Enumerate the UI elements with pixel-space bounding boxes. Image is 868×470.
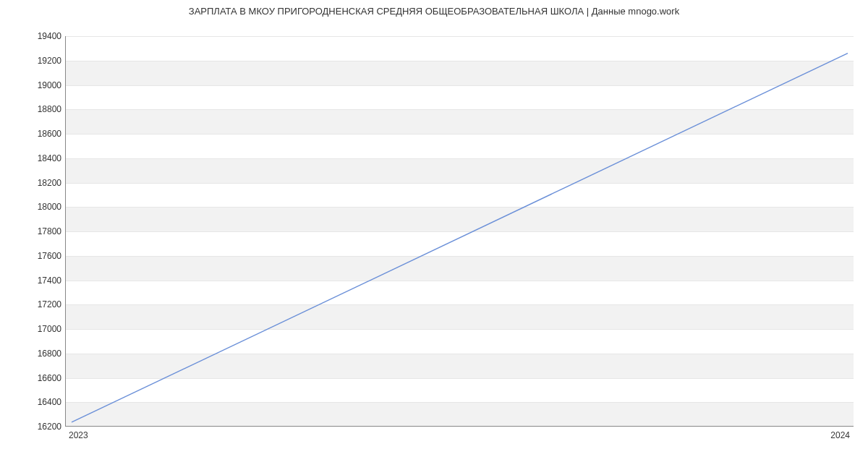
- y-tick-label: 17800: [4, 226, 61, 236]
- y-tick-label: 16600: [4, 373, 61, 383]
- x-tick-left: 2023: [69, 430, 88, 440]
- y-tick-label: 17600: [4, 251, 61, 261]
- y-tick-label: 17400: [4, 275, 61, 286]
- y-tick-label: 16800: [4, 349, 61, 359]
- y-tick-label: 19400: [4, 31, 61, 41]
- chart-container: ЗАРПЛАТА В МКОУ ПРИГОРОДНЕНСКАЯ СРЕДНЯЯ …: [0, 0, 868, 470]
- salary-line: [72, 54, 848, 422]
- y-tick-label: 19200: [4, 56, 61, 66]
- y-tick-label: 18000: [4, 202, 61, 212]
- y-tick-label: 16400: [4, 397, 61, 407]
- y-tick-label: 19000: [4, 80, 61, 90]
- x-tick-right: 2024: [830, 430, 850, 440]
- y-tick-label: 16200: [4, 422, 61, 432]
- y-tick-label: 18400: [4, 153, 61, 163]
- chart-title: ЗАРПЛАТА В МКОУ ПРИГОРОДНЕНСКАЯ СРЕДНЯЯ …: [0, 6, 868, 17]
- y-tick-label: 18800: [4, 104, 61, 114]
- y-tick-label: 17000: [4, 324, 61, 334]
- plot-area: [65, 36, 854, 427]
- series-line: [66, 36, 854, 426]
- y-tick-label: 18600: [4, 129, 61, 139]
- y-tick-label: 17200: [4, 299, 61, 309]
- y-tick-label: 18200: [4, 178, 61, 188]
